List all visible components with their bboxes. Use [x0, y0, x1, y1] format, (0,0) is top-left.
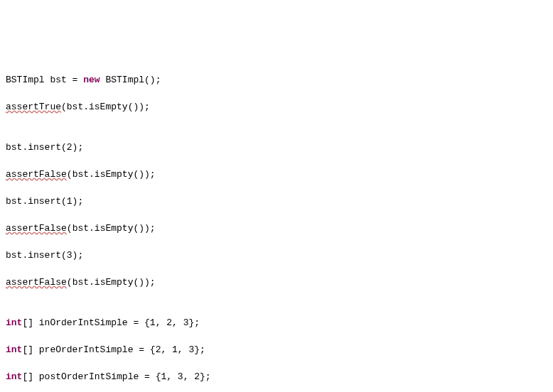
assert-true-call: assertTrue [6, 102, 61, 112]
code-text: [] inOrderIntSimple = {1, 2, 3}; [22, 317, 200, 328]
keyword-new: new [83, 75, 100, 85]
keyword-int: int [6, 371, 22, 382]
code-line: assertFalse(bst.isEmpty()); [6, 222, 547, 235]
assert-false-call: assertFalse [6, 277, 67, 288]
code-line: int[] preOrderIntSimple = {2, 1, 3}; [6, 343, 547, 356]
code-line: assertFalse(bst.isEmpty()); [6, 276, 547, 289]
code-text: [] postOrderIntSimple = {1, 3, 2}; [22, 371, 210, 382]
keyword-int: int [6, 344, 22, 355]
code-line: bst.insert(1); [6, 195, 547, 208]
keyword-int: int [6, 317, 22, 328]
code-line: assertTrue(bst.isEmpty()); [6, 100, 547, 114]
code-line: bst.insert(3); [6, 249, 547, 262]
code-text: bst.insert(3); [6, 250, 83, 261]
code-text: (bst.isEmpty()); [67, 223, 156, 234]
assert-false-call: assertFalse [6, 223, 67, 234]
code-text: bst.insert(2); [6, 142, 83, 153]
code-text: (bst.isEmpty()); [61, 102, 150, 112]
code-text: (bst.isEmpty()); [67, 169, 156, 180]
code-text: BSTImpl(); [100, 75, 161, 85]
code-block: BSTImpl bst = new BSTImpl(); assertTrue(… [6, 60, 547, 392]
code-line: BSTImpl bst = new BSTImpl(); [6, 73, 547, 87]
code-line: assertFalse(bst.isEmpty()); [6, 168, 547, 181]
code-text: BSTImpl bst = [6, 75, 83, 85]
code-text: [] preOrderIntSimple = {2, 1, 3}; [22, 344, 205, 355]
code-line: bst.insert(2); [6, 141, 547, 154]
assert-false-call: assertFalse [6, 169, 67, 180]
code-text: (bst.isEmpty()); [67, 277, 156, 288]
code-line: int[] inOrderIntSimple = {1, 2, 3}; [6, 316, 547, 330]
code-text: bst.insert(1); [6, 196, 83, 207]
code-line: int[] postOrderIntSimple = {1, 3, 2}; [6, 370, 547, 383]
